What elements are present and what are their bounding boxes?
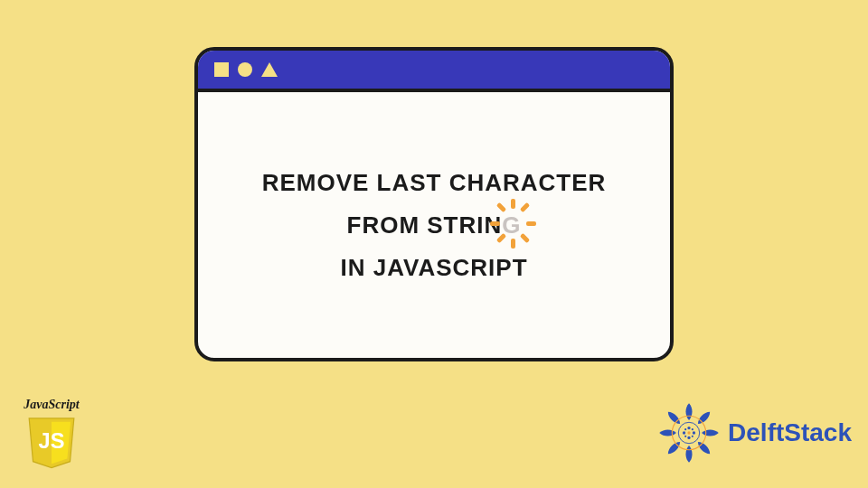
heading-line-3: IN JAVASCRIPT [340, 254, 527, 282]
svg-point-8 [692, 436, 693, 437]
svg-point-10 [684, 428, 686, 430]
delftstack-text: DelftStack [728, 418, 852, 447]
javascript-label: JavaScript [24, 398, 79, 412]
delftstack-logo: DelftStack [654, 398, 852, 468]
titlebar-triangle-icon [261, 62, 278, 77]
window-card: REMOVE LAST CHARACTER FROM STRING IN JAV… [194, 47, 674, 361]
javascript-shield-icon: JS [24, 414, 80, 470]
delftstack-emblem-icon [654, 398, 724, 468]
svg-point-9 [684, 436, 686, 437]
heading-line-2-prefix: FROM STRIN [347, 211, 503, 239]
svg-point-5 [687, 436, 690, 439]
svg-point-6 [683, 431, 685, 434]
heading-line-2: FROM STRING [347, 211, 522, 239]
titlebar-circle-icon [238, 62, 252, 77]
heading-line-1: REMOVE LAST CHARACTER [262, 169, 607, 197]
window-titlebar [198, 51, 670, 92]
svg-point-3 [687, 427, 690, 429]
window-content: REMOVE LAST CHARACTER FROM STRING IN JAV… [198, 92, 670, 358]
titlebar-square-icon [214, 62, 229, 77]
javascript-badge: JavaScript JS [13, 398, 90, 470]
svg-text:JS: JS [39, 429, 65, 453]
svg-point-7 [692, 428, 693, 430]
svg-point-4 [693, 431, 695, 434]
svg-point-11 [687, 431, 690, 434]
heading-line-2-fade-char: G [502, 211, 521, 239]
